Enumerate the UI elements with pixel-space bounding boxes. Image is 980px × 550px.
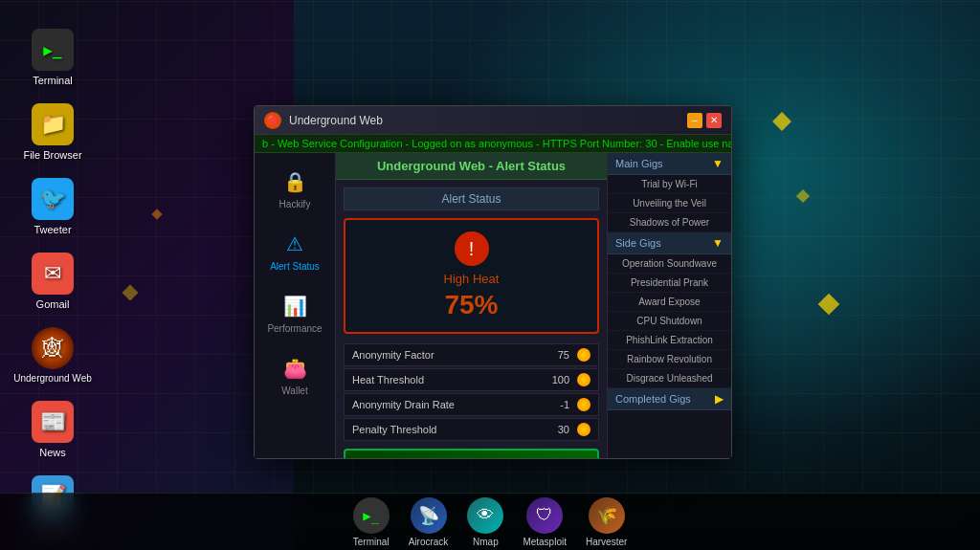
stat-label-penalty-threshold: Penalty Threshold xyxy=(352,424,541,435)
gig-trial-wifi[interactable]: Trial by Wi-Fi xyxy=(608,175,731,194)
stat-row-heat-threshold: Heat Threshold 100 xyxy=(344,368,599,391)
stat-label-anonymity-factor: Anonymity Factor xyxy=(352,349,541,361)
desktop-icon-filebrowser[interactable]: 📁 File Browser xyxy=(23,103,81,161)
desktop-icons: ▶_ Terminal 📁 File Browser 🐦 Tweeter ✉ G… xyxy=(0,19,105,542)
stat-row-penalty-threshold: Penalty Threshold 30 xyxy=(344,418,599,441)
news-icon: 📰 xyxy=(32,401,74,443)
main-gigs-arrow: ▼ xyxy=(712,157,724,170)
terminal-icon: ▶_ xyxy=(32,29,74,71)
desktop-icon-gomail[interactable]: ✉ Gomail xyxy=(32,253,74,310)
upgrade-button[interactable]: << Upgrade xyxy=(344,449,599,458)
performance-icon: 📊 xyxy=(281,293,308,319)
minimize-button[interactable]: – xyxy=(687,113,702,128)
gig-rainbow-revolution[interactable]: Rainbow Revolution xyxy=(608,350,731,369)
app-header: Underground Web - Alert Status xyxy=(336,153,607,180)
desktop-icon-terminal[interactable]: ▶_ Terminal xyxy=(32,29,74,86)
terminal-label: Terminal xyxy=(33,75,73,86)
taskbar-terminal-label: Terminal xyxy=(353,537,390,547)
main-gigs-header: Main Gigs ▼ xyxy=(608,153,731,175)
taskbar-metasploit[interactable]: 🛡 Metasploit xyxy=(523,497,567,547)
wallet-icon: 👛 xyxy=(281,355,308,382)
gig-operation-soundwave[interactable]: Operation Soundwave xyxy=(608,254,731,274)
sidebar-item-hackify[interactable]: 🔒 Hackify xyxy=(259,163,331,215)
gig-award-expose[interactable]: Award Expose xyxy=(608,293,731,312)
gig-shadows-power[interactable]: Shadows of Power xyxy=(608,213,731,232)
stat-value-drain-rate: -1 xyxy=(541,399,569,410)
completed-gigs-header: Completed Gigs ▶ xyxy=(608,388,731,410)
tweeter-label: Tweeter xyxy=(33,224,71,235)
side-gigs-header: Side Gigs ▼ xyxy=(608,232,731,254)
taskbar-nmap-icon: 👁 xyxy=(467,497,503,534)
taskbar-airocrack[interactable]: 📡 Airocrack xyxy=(409,497,449,547)
alert-content: Alert Status ! High Heat 75% Anonymity F… xyxy=(336,180,607,458)
alert-status-header: Alert Status xyxy=(344,187,599,210)
app-main: Underground Web - Alert Status Alert Sta… xyxy=(336,153,607,458)
underground-label: Underground Web xyxy=(13,373,92,384)
alertstatus-icon: ⚠ xyxy=(281,231,308,257)
taskbar-metasploit-icon: 🛡 xyxy=(526,497,563,534)
stat-value-heat-threshold: 100 xyxy=(541,374,569,385)
gig-presidential-prank[interactable]: Presidential Prank xyxy=(608,274,731,293)
alert-gauge-box: ! High Heat 75% xyxy=(344,218,599,334)
gig-phishlink[interactable]: PhishLink Extraction xyxy=(608,331,731,350)
window-titlebar: 🔴 Underground Web – ✕ xyxy=(255,106,731,135)
completed-gigs-arrow: ▶ xyxy=(715,392,724,406)
titlebar-left: 🔴 Underground Web xyxy=(264,112,383,129)
gomail-label: Gomail xyxy=(36,298,70,310)
app-icon: 🔴 xyxy=(264,112,281,129)
stat-dot-drain-rate xyxy=(577,398,590,411)
hackify-label: Hackify xyxy=(279,199,311,209)
stat-value-penalty-threshold: 30 xyxy=(541,424,569,435)
side-gigs-arrow: ▼ xyxy=(712,236,724,250)
desktop-icon-underground[interactable]: 🕸 Underground Web xyxy=(13,327,92,384)
alertstatus-label: Alert Status xyxy=(270,261,320,272)
gig-disgrace-unleashed[interactable]: Disgrace Unleashed xyxy=(608,369,731,388)
taskbar-terminal-icon: ▶_ xyxy=(353,497,390,534)
desktop-icon-tweeter[interactable]: 🐦 Tweeter xyxy=(32,178,74,235)
desktop-icon-news[interactable]: 📰 News xyxy=(32,401,74,458)
app-sidebar: 🔒 Hackify ⚠ Alert Status 📊 Performance 👛… xyxy=(255,153,336,458)
window-title: Underground Web xyxy=(289,114,383,127)
taskbar-nmap[interactable]: 👁 Nmap xyxy=(467,497,503,547)
stat-value-anonymity-factor: 75 xyxy=(541,349,569,361)
sidebar-item-wallet[interactable]: 👛 Wallet xyxy=(259,349,331,402)
taskbar-terminal[interactable]: ▶_ Terminal xyxy=(353,497,390,547)
filebrowser-icon: 📁 xyxy=(32,103,74,145)
taskbar: ▶_ Terminal 📡 Airocrack 👁 Nmap 🛡 Metaspl… xyxy=(0,493,980,550)
stat-dot-anonymity-factor xyxy=(577,348,590,362)
gig-cpu-shutdown[interactable]: CPU Shutdown xyxy=(608,312,731,331)
window-controls: – ✕ xyxy=(687,113,722,128)
gomail-icon: ✉ xyxy=(32,253,74,295)
taskbar-harvester-icon: 🌾 xyxy=(589,497,625,534)
stat-row-drain-rate: Anonymity Drain Rate -1 xyxy=(344,393,599,416)
taskbar-harvester-label: Harvester xyxy=(586,537,627,547)
wallet-label: Wallet xyxy=(281,385,307,396)
ticker-bar: b - Web Service Configuration - Logged o… xyxy=(255,135,731,153)
performance-label: Performance xyxy=(267,323,322,334)
filebrowser-label: File Browser xyxy=(23,149,81,161)
sidebar-item-performance[interactable]: 📊 Performance xyxy=(259,287,331,340)
stat-label-heat-threshold: Heat Threshold xyxy=(352,374,541,385)
ticker-text: b - Web Service Configuration - Logged o… xyxy=(262,138,731,149)
stat-dot-penalty-threshold xyxy=(577,423,590,436)
stat-label-drain-rate: Anonymity Drain Rate xyxy=(352,399,541,410)
taskbar-airocrack-icon: 📡 xyxy=(411,497,447,534)
right-panel: Main Gigs ▼ Trial by Wi-Fi Unveiling the… xyxy=(607,153,731,458)
hackify-icon: 🔒 xyxy=(281,168,308,195)
news-label: News xyxy=(39,447,66,458)
warning-icon: ! xyxy=(455,231,489,266)
stat-dot-heat-threshold xyxy=(577,373,590,386)
window-body: 🔒 Hackify ⚠ Alert Status 📊 Performance 👛… xyxy=(255,153,731,458)
close-button[interactable]: ✕ xyxy=(706,113,722,128)
underground-icon: 🕸 xyxy=(32,327,74,369)
taskbar-nmap-label: Nmap xyxy=(473,537,499,547)
underground-web-window: 🔴 Underground Web – ✕ b - Web Service Co… xyxy=(254,105,732,459)
sidebar-item-alertstatus[interactable]: ⚠ Alert Status xyxy=(259,225,331,277)
heat-label: High Heat xyxy=(444,272,500,286)
alert-percent: 75% xyxy=(444,290,498,320)
stat-row-anonymity-factor: Anonymity Factor 75 xyxy=(344,343,599,366)
taskbar-airocrack-label: Airocrack xyxy=(409,537,449,547)
gig-unveiling-veil[interactable]: Unveiling the Veil xyxy=(608,194,731,213)
taskbar-harvester[interactable]: 🌾 Harvester xyxy=(586,497,627,547)
stats-container: Anonymity Factor 75 Heat Threshold 100 A… xyxy=(344,343,599,441)
